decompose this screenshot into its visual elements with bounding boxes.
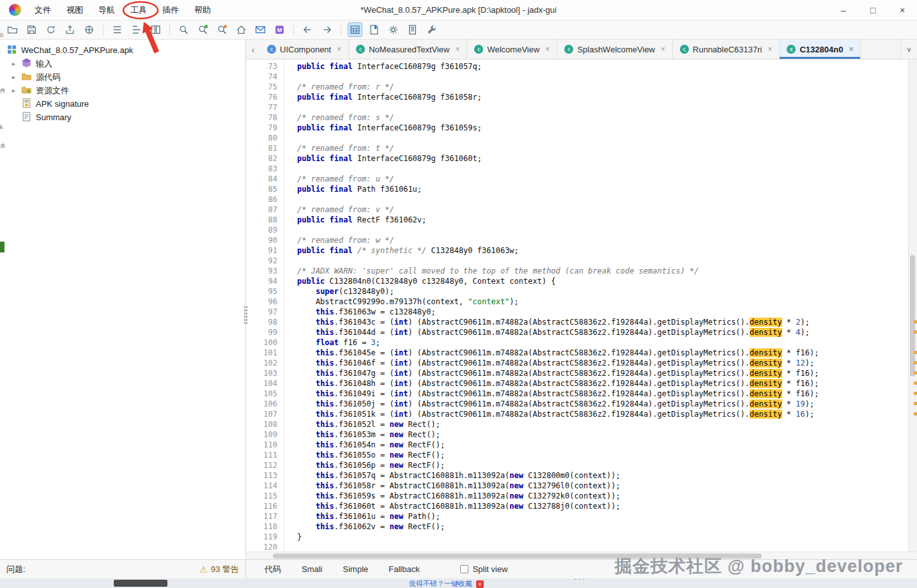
tab-close-icon[interactable]: × <box>767 45 772 54</box>
code-editor[interactable]: 73public final InterfaceC160879g f361057… <box>246 59 908 552</box>
code-line-115[interactable]: 115 this.f361059s = AbstractC160881h.m11… <box>255 491 908 501</box>
code-line-113[interactable]: 113 this.f361057q = AbstractC160881h.m11… <box>255 470 908 481</box>
code-line-96[interactable]: 96 AbstractC99299o.m79137h(context, "con… <box>255 297 908 307</box>
code-line-110[interactable]: 110 this.f361054n = new RectF(); <box>255 440 908 450</box>
maximize-button[interactable]: □ <box>858 0 888 20</box>
code-line-98[interactable]: 98 this.f361043c = (int) (AbstractC90611… <box>255 317 908 327</box>
code-line-106[interactable]: 106 this.f361050j = (int) (AbstractC9061… <box>255 399 908 409</box>
class-search-icon[interactable] <box>196 22 210 37</box>
editor-vscrollbar[interactable] <box>908 59 917 552</box>
tree-item-0[interactable]: ▸输入 <box>0 57 245 70</box>
menu-item-3[interactable]: 工具 <box>123 0 155 20</box>
minimize-button[interactable]: – <box>829 0 858 20</box>
search-match-mark[interactable] <box>914 351 917 354</box>
menu-item-2[interactable]: 导航 <box>91 0 123 20</box>
code-line-82[interactable]: 82public final InterfaceC160879g f361060… <box>255 153 908 164</box>
start-page-icon[interactable] <box>234 22 249 37</box>
code-line-92[interactable]: 92 <box>255 256 908 266</box>
strip-close-icon[interactable]: × <box>476 580 484 588</box>
code-line-100[interactable]: 100 float f16 = 3; <box>255 337 908 348</box>
reload-icon[interactable] <box>43 22 58 37</box>
bookmark-link[interactable]: 觉得不错？一键收藏 × <box>409 579 484 588</box>
panel-splitter-handle[interactable] <box>243 306 248 325</box>
code-line-84[interactable]: 84/* renamed from: u */ <box>255 174 908 184</box>
forward-icon[interactable] <box>320 22 334 37</box>
export-icon[interactable] <box>63 22 77 37</box>
tab-NoMeasuredTextView[interactable]: cNoMeasuredTextView× <box>349 40 467 59</box>
structure-view-icon[interactable] <box>129 22 144 37</box>
code-line-111[interactable]: 111 this.f361055o = new RectF(); <box>255 450 908 460</box>
code-line-81[interactable]: 81/* renamed from: t */ <box>255 143 908 153</box>
code-line-102[interactable]: 102 this.f361046f = (int) (AbstractC9061… <box>255 358 908 368</box>
code-line-94[interactable]: 94public C132804n0(C132848y0 c132848y0, … <box>255 276 908 286</box>
menu-item-1[interactable]: 视图 <box>59 0 91 20</box>
code-line-119[interactable]: 119} <box>255 532 908 542</box>
menu-item-4[interactable]: 插件 <box>155 0 187 20</box>
code-line-118[interactable]: 118 this.f361062v = new RectF(); <box>255 522 908 532</box>
feedback-mail-icon[interactable] <box>253 22 268 37</box>
search-match-mark[interactable] <box>914 392 917 395</box>
code-line-80[interactable]: 80 <box>255 133 908 143</box>
code-line-97[interactable]: 97 this.f361063w = c132848y0; <box>255 307 908 317</box>
doc-bookmark-icon[interactable] <box>367 22 381 37</box>
code-line-79[interactable]: 79public final InterfaceC160879g f361059… <box>255 123 908 133</box>
tree-item-3[interactable]: APK signature <box>0 97 245 111</box>
tab-close-icon[interactable]: × <box>455 45 459 54</box>
code-line-85[interactable]: 85public final Path f361061u; <box>255 184 908 194</box>
mode-tab-0[interactable]: 代码 <box>255 560 291 579</box>
tab-scroll-left-icon[interactable]: ‹ <box>246 40 260 59</box>
code-view-grid-icon[interactable] <box>348 22 362 37</box>
search-match-mark[interactable] <box>914 382 917 385</box>
vscroll-thumb[interactable] <box>910 255 915 376</box>
code-line-74[interactable]: 74 <box>255 72 908 82</box>
tab-RunnableC63137ri[interactable]: cRunnableC63137ri× <box>673 40 780 59</box>
flat-packages-icon[interactable] <box>110 22 125 37</box>
back-icon[interactable] <box>300 22 315 37</box>
code-line-93[interactable]: 93/* JADX WARN: 'super' call moved to th… <box>255 266 908 276</box>
tree-item-1[interactable]: ▸源代码 <box>0 70 245 84</box>
code-line-86[interactable]: 86 <box>255 194 908 205</box>
plugin-m-icon[interactable]: M <box>272 22 287 37</box>
code-line-103[interactable]: 103 this.f361047g = (int) (AbstractC9061… <box>255 368 908 378</box>
mode-tab-1[interactable]: Smali <box>292 560 332 579</box>
search-match-mark[interactable] <box>914 361 917 364</box>
preferences-wrench-icon[interactable] <box>424 22 439 37</box>
tab-SplashWelcomeView[interactable]: cSplashWelcomeView× <box>557 40 673 59</box>
code-line-75[interactable]: 75/* renamed from: r */ <box>255 82 908 92</box>
code-line-101[interactable]: 101 this.f361045e = (int) (AbstractC9061… <box>255 348 908 358</box>
code-line-107[interactable]: 107 this.f361051k = (int) (AbstractC9061… <box>255 409 908 419</box>
tab-close-icon[interactable]: × <box>661 45 665 54</box>
menu-item-5[interactable]: 帮助 <box>187 0 219 20</box>
split-view-toggle[interactable]: Split view <box>460 564 508 574</box>
tab-list-dropdown-icon[interactable]: ∨ <box>900 40 917 59</box>
text-search-icon[interactable] <box>176 22 191 37</box>
expand-chevron-icon[interactable]: ▸ <box>10 87 17 94</box>
search-match-mark[interactable] <box>914 330 917 334</box>
close-button[interactable]: × <box>888 0 917 20</box>
tab-C132804n0[interactable]: cC132804n0× <box>780 40 861 59</box>
mode-tab-2[interactable]: Simple <box>334 560 378 579</box>
code-line-83[interactable]: 83 <box>255 164 908 174</box>
code-line-104[interactable]: 104 this.f361048h = (int) (AbstractC9061… <box>255 378 908 389</box>
code-line-87[interactable]: 87/* renamed from: v */ <box>255 205 908 215</box>
code-line-120[interactable]: 120 <box>255 542 908 552</box>
tab-WelcomeView[interactable]: cWelcomeView× <box>467 40 557 59</box>
log-viewer-icon[interactable] <box>405 22 420 37</box>
tab-close-icon[interactable]: × <box>849 45 853 54</box>
code-line-77[interactable]: 77 <box>255 102 908 112</box>
save-all-icon[interactable] <box>24 22 39 37</box>
code-line-117[interactable]: 117 this.f361061u = new Path(); <box>255 511 908 522</box>
tree-root[interactable]: WeChat_8.0.57_APKPure.apk <box>0 43 245 57</box>
code-line-112[interactable]: 112 this.f361056p = new RectF(); <box>255 460 908 470</box>
tab-close-icon[interactable]: × <box>545 45 550 54</box>
code-line-99[interactable]: 99 this.f361044d = (int) (AbstractC90611… <box>255 327 908 337</box>
usage-search-icon[interactable] <box>215 22 229 37</box>
menu-item-0[interactable]: 文件 <box>27 0 59 20</box>
code-line-95[interactable]: 95 super(c132848y0); <box>255 286 908 297</box>
code-line-114[interactable]: 114 this.f361058r = AbstractC160881h.m11… <box>255 481 908 491</box>
gear-icon[interactable] <box>386 22 401 37</box>
compare-icon[interactable] <box>148 22 163 37</box>
code-line-91[interactable]: 91public final /* synthetic */ C132848y0… <box>255 245 908 256</box>
deobfuscation-icon[interactable] <box>82 22 96 37</box>
tree-item-4[interactable]: Summary <box>0 111 245 124</box>
